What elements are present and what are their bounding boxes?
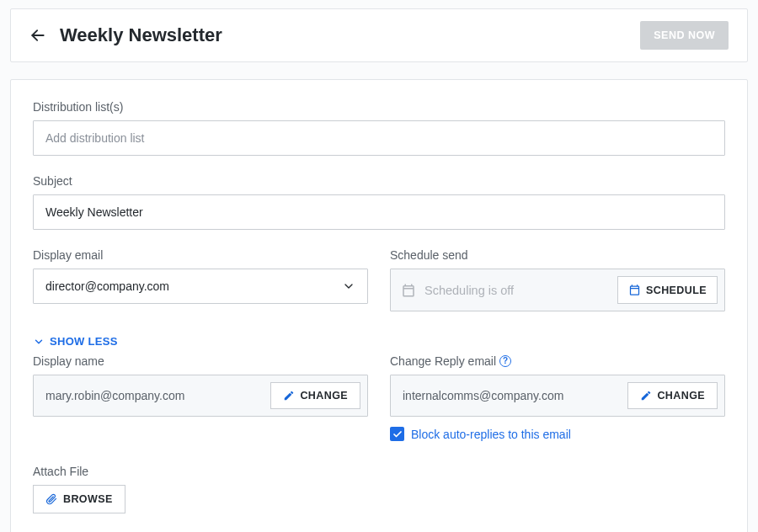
- schedule-status-text: Scheduling is off: [424, 284, 609, 297]
- display-name-field: Display name mary.robin@company.com CHAN…: [33, 354, 368, 441]
- schedule-button[interactable]: SCHEDULE: [617, 276, 718, 304]
- header-bar: Weekly Newsletter SEND NOW: [10, 8, 748, 62]
- browse-button-label: BROWSE: [63, 493, 113, 505]
- pencil-icon: [640, 390, 652, 402]
- reply-email-value: internalcomms@company.com: [403, 389, 619, 402]
- display-email-value: director@company.com: [45, 279, 169, 293]
- subject-input[interactable]: [33, 194, 725, 230]
- schedule-label: Schedule send: [390, 248, 725, 262]
- send-now-button[interactable]: SEND NOW: [640, 21, 729, 50]
- reply-email-change-button[interactable]: CHANGE: [627, 382, 718, 409]
- browse-button[interactable]: BROWSE: [33, 485, 125, 513]
- attach-file-label: Attach File: [33, 465, 725, 478]
- chevron-down-icon: [342, 279, 355, 293]
- schedule-field: Schedule send Scheduling is off SCHEDULE: [390, 248, 725, 311]
- reply-email-label: Change Reply email ?: [390, 354, 725, 368]
- reply-email-box: internalcomms@company.com CHANGE: [390, 375, 725, 417]
- chevron-down-icon: [33, 336, 45, 348]
- help-icon[interactable]: ?: [499, 355, 511, 367]
- schedule-box: Scheduling is off SCHEDULE: [390, 269, 725, 311]
- distribution-label: Distribution list(s): [33, 100, 725, 114]
- display-email-label: Display email: [33, 248, 368, 262]
- distribution-field: Distribution list(s): [33, 100, 725, 156]
- schedule-button-label: SCHEDULE: [646, 285, 707, 296]
- display-email-field: Display email director@company.com: [33, 248, 368, 311]
- arrow-left-icon: [29, 27, 46, 44]
- block-auto-replies-label: Block auto-replies to this email: [411, 428, 571, 441]
- distribution-input[interactable]: [33, 120, 725, 156]
- reply-email-field: Change Reply email ? internalcomms@compa…: [390, 354, 725, 441]
- subject-field: Subject: [33, 174, 725, 230]
- calendar-off-icon: [401, 283, 416, 298]
- attach-file-field: Attach File BROWSE: [33, 465, 725, 513]
- compose-form: Distribution list(s) Subject Display ema…: [10, 79, 748, 532]
- show-less-label: SHOW LESS: [50, 335, 118, 348]
- display-name-value: mary.robin@company.com: [45, 389, 262, 402]
- display-name-box: mary.robin@company.com CHANGE: [33, 375, 368, 417]
- paperclip-icon: [45, 492, 57, 506]
- show-less-toggle[interactable]: SHOW LESS: [33, 335, 118, 348]
- reply-email-change-label: CHANGE: [657, 390, 705, 402]
- display-email-select[interactable]: director@company.com: [33, 269, 368, 304]
- subject-label: Subject: [33, 174, 725, 188]
- calendar-icon: [628, 284, 641, 296]
- display-name-change-label: CHANGE: [300, 390, 348, 402]
- display-name-change-button[interactable]: CHANGE: [270, 382, 360, 409]
- checkbox-checked-icon: [390, 427, 404, 441]
- page-title: Weekly Newsletter: [60, 24, 640, 46]
- pencil-icon: [283, 390, 295, 402]
- block-auto-replies-checkbox[interactable]: Block auto-replies to this email: [390, 427, 725, 441]
- display-name-label: Display name: [33, 354, 368, 368]
- back-button[interactable]: [29, 27, 46, 44]
